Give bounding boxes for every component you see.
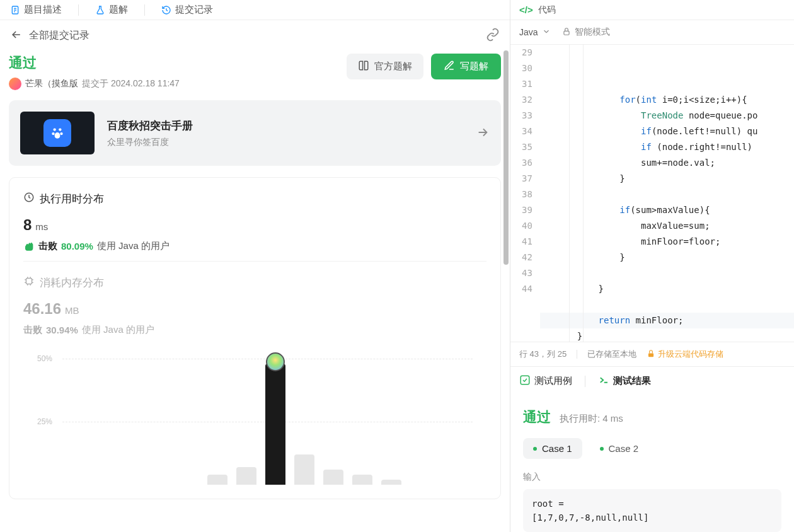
beat-label: 击败 — [38, 240, 57, 252]
scrollbar[interactable] — [503, 50, 509, 265]
stat-card: 执行用时分布 8 ms 击败 80.09% 使用 Java 的用户 消耗内存分布 — [9, 177, 501, 499]
svg-rect-9 — [521, 376, 529, 385]
link-icon[interactable] — [486, 28, 500, 43]
write-label: 写题解 — [460, 61, 488, 72]
beat-suffix: 使用 Java 的用户 — [97, 240, 170, 252]
promo-title: 百度秋招突击手册 — [107, 119, 463, 133]
case-2-tab[interactable]: Case 2 — [590, 438, 649, 459]
flask-icon — [95, 5, 105, 15]
promo-card[interactable]: 百度秋招突击手册 众里寻你签百度 — [9, 100, 501, 166]
official-solution-button[interactable]: 官方题解 — [347, 54, 423, 79]
svg-point-3 — [52, 132, 54, 135]
upgrade-text: 升级云端代码存储 — [658, 349, 723, 360]
grid-label: 50% — [37, 354, 52, 363]
tab-solution[interactable]: 题解 — [95, 4, 128, 16]
dot-icon — [533, 447, 537, 451]
svg-point-4 — [60, 132, 62, 135]
write-solution-button[interactable]: 写题解 — [431, 54, 501, 79]
history-icon — [161, 5, 171, 15]
input-val: [1,7,0,7,-8,null,null] — [532, 511, 773, 524]
beat-pct: 80.09% — [61, 241, 93, 252]
test-body: 通过 执行用时: 4 ms Case 1 Case 2 输入 root = [1… — [510, 395, 794, 532]
input-var: root = — [532, 497, 773, 511]
memory-section[interactable]: 消耗内存分布 46.16 MB 击败 30.94% 使用 Java 的用户 25… — [9, 262, 500, 494]
language-select[interactable]: Java — [519, 27, 551, 38]
tab-cases-label: 测试用例 — [534, 375, 572, 387]
file-icon — [10, 5, 20, 15]
code-header: </> 代码 — [510, 0, 794, 20]
gutter: 29303132333435363738394041424344 — [510, 45, 540, 342]
lock-icon — [562, 27, 571, 38]
status-pass: 通过 — [9, 54, 180, 72]
back-label: 全部提交记录 — [29, 29, 89, 42]
bar[interactable] — [352, 475, 372, 485]
bar[interactable] — [294, 454, 314, 485]
bar[interactable] — [207, 475, 227, 485]
book-icon — [358, 60, 369, 73]
memory-head: 消耗内存分布 — [40, 275, 104, 290]
lang-label: Java — [519, 27, 538, 37]
content-scroll[interactable]: 通过 芒果（摸鱼版 提交于 2024.02.18 11:47 官方题解 写题解 — [0, 51, 510, 532]
result-time: 执行用时: 4 ms — [560, 413, 623, 425]
grid-label: 25% — [37, 417, 52, 426]
bar[interactable] — [265, 364, 285, 485]
lock-fill-icon — [647, 349, 655, 360]
memory-value: 46.16 — [23, 300, 61, 318]
upgrade-link[interactable]: 升级云端代码存储 — [647, 349, 723, 360]
case1-label: Case 1 — [542, 443, 572, 454]
check-box-icon — [519, 374, 531, 388]
mem-beat-label: 击败 — [23, 324, 42, 336]
clap-icon — [23, 241, 35, 252]
svg-rect-7 — [563, 31, 568, 35]
tab-description-label: 题目描述 — [24, 4, 62, 16]
user-name[interactable]: 芒果（摸鱼版 — [25, 78, 78, 90]
promo-sub: 众里寻你签百度 — [107, 137, 463, 148]
back-row: 全部提交记录 — [0, 20, 510, 51]
svg-rect-6 — [26, 279, 32, 284]
runtime-chart: 25%50% — [37, 346, 473, 485]
editor-footer: 行 43，列 25 已存储至本地 升级云端代码存储 — [510, 342, 794, 366]
svg-rect-8 — [648, 353, 653, 357]
runtime-section[interactable]: 执行用时分布 8 ms 击败 80.09% 使用 Java 的用户 — [9, 178, 500, 261]
chip-icon — [23, 275, 35, 290]
case-1-tab[interactable]: Case 1 — [523, 438, 582, 459]
mem-beat-suffix: 使用 Java 的用户 — [82, 324, 154, 336]
edit-icon — [444, 60, 455, 73]
mem-beat-pct: 30.94% — [46, 325, 78, 335]
runtime-value: 8 — [23, 216, 32, 234]
test-tabs: 测试用例 测试结果 — [510, 366, 794, 395]
code-editor[interactable]: 29303132333435363738394041424344 for(int… — [510, 45, 794, 342]
tab-solution-label: 题解 — [109, 4, 128, 16]
arrow-right-icon — [476, 125, 490, 141]
tab-result-label: 测试结果 — [613, 375, 651, 387]
divider — [144, 4, 145, 16]
divider — [78, 4, 79, 16]
back-icon[interactable] — [10, 28, 23, 43]
mode-text: 智能模式 — [575, 26, 610, 38]
dot-icon — [600, 447, 604, 451]
code-icon: </> — [519, 4, 533, 15]
baidu-logo-icon — [43, 119, 71, 147]
avatar[interactable] — [9, 78, 21, 90]
tab-test-cases[interactable]: 测试用例 — [519, 374, 572, 388]
tab-test-result[interactable]: 测试结果 — [598, 374, 651, 388]
bars — [62, 346, 473, 485]
bar[interactable] — [381, 480, 401, 485]
user-marker-icon — [266, 352, 285, 371]
svg-point-1 — [54, 128, 56, 130]
official-label: 官方题解 — [374, 61, 412, 72]
tab-description[interactable]: 题目描述 — [10, 4, 62, 16]
runtime-head: 执行用时分布 — [40, 192, 104, 206]
bar[interactable] — [323, 470, 343, 485]
case2-label: Case 2 — [609, 443, 639, 454]
memory-unit: MB — [65, 305, 79, 316]
tab-history-label: 提交记录 — [175, 4, 213, 16]
divider — [585, 376, 585, 387]
top-tabs: 题目描述 题解 提交记录 — [0, 0, 510, 20]
code-lines: for(int i=0;i<size;i++){ TreeNode node=q… — [540, 45, 794, 342]
result-pass: 通过 — [523, 408, 551, 427]
tab-history[interactable]: 提交记录 — [161, 4, 213, 16]
submitted-at: 提交于 2024.02.18 11:47 — [82, 78, 180, 90]
input-box[interactable]: root = [1,7,0,7,-8,null,null] — [523, 489, 781, 532]
bar[interactable] — [236, 467, 256, 485]
